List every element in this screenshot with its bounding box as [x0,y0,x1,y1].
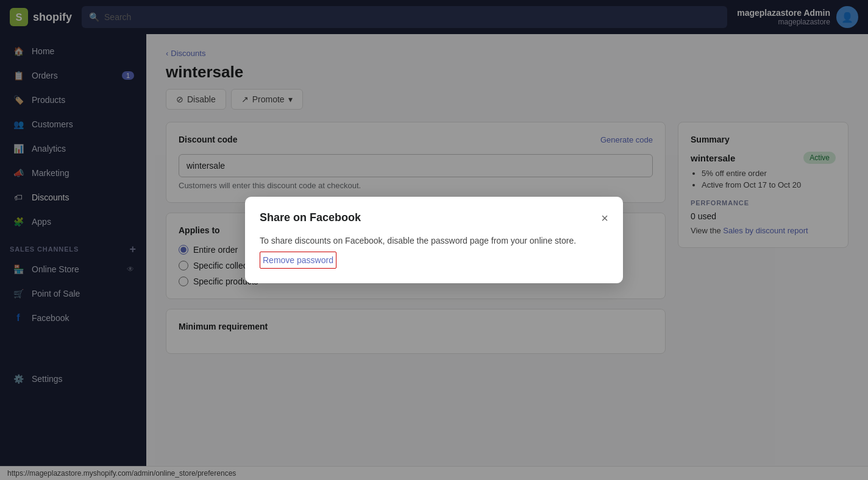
modal-close-button[interactable]: × [601,212,608,224]
share-facebook-modal: Share on Facebook × To share discounts o… [245,197,623,283]
modal-overlay[interactable]: Share on Facebook × To share discounts o… [0,0,868,480]
modal-title: Share on Facebook [260,211,361,224]
modal-body: To share discounts on Facebook, disable … [260,234,608,269]
modal-body-text: To share discounts on Facebook, disable … [260,236,576,245]
remove-password-link[interactable]: Remove password [260,252,336,269]
modal-header: Share on Facebook × [260,211,608,224]
